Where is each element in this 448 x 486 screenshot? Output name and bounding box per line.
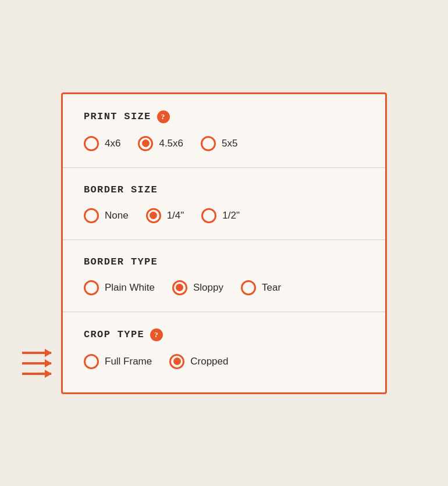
border-type-options: Plain White Sloppy Tear — [84, 280, 364, 295]
border-type-option-plain-white[interactable]: Plain White — [84, 280, 155, 295]
crop-type-option-full-frame[interactable]: Full Frame — [84, 354, 152, 369]
crop-type-label-full-frame: Full Frame — [105, 356, 152, 367]
radio-tear[interactable] — [241, 280, 256, 295]
radio-full-frame[interactable] — [84, 354, 99, 369]
radio-5x5[interactable] — [201, 136, 216, 151]
crop-type-section: CROP TYPE ? Full Frame Cropped — [63, 312, 385, 392]
radio-sloppy[interactable] — [172, 280, 187, 295]
border-type-label-plain-white: Plain White — [105, 282, 155, 294]
crop-type-title: CROP TYPE ? — [84, 328, 364, 341]
print-size-section: PRINT SIZE ? 4x6 4.5x6 5x5 — [63, 94, 385, 168]
border-type-label-tear: Tear — [262, 282, 281, 294]
print-size-title: PRINT SIZE ? — [84, 110, 364, 123]
border-type-label-sloppy: Sloppy — [193, 282, 223, 294]
radio-plain-white[interactable] — [84, 280, 99, 295]
crop-type-options: Full Frame Cropped — [84, 354, 364, 369]
print-size-label-5x5: 5x5 — [222, 138, 237, 149]
print-size-option-5x5[interactable]: 5x5 — [201, 136, 237, 151]
radio-none[interactable] — [84, 208, 99, 223]
crop-type-help-icon[interactable]: ? — [150, 328, 163, 341]
border-size-option-quarter[interactable]: 1/4" — [146, 208, 184, 223]
border-size-title: BORDER SIZE — [84, 184, 364, 195]
print-size-option-4.5x6[interactable]: 4.5x6 — [138, 136, 183, 151]
border-size-label-half: 1/2" — [222, 210, 240, 221]
border-size-label-quarter: 1/4" — [167, 210, 184, 221]
radio-4.5x6[interactable] — [138, 136, 153, 151]
options-card: PRINT SIZE ? 4x6 4.5x6 5x5 BORDER SIZE — [61, 92, 387, 394]
print-size-label: PRINT SIZE — [84, 111, 151, 122]
print-size-help-icon[interactable]: ? — [157, 110, 170, 123]
arrow-shaft-1 — [22, 352, 51, 354]
print-size-label-4.5x6: 4.5x6 — [159, 138, 183, 149]
crop-type-label-cropped: Cropped — [190, 356, 228, 367]
print-size-label-4x6: 4x6 — [105, 138, 120, 149]
arrows-container — [22, 352, 51, 375]
arrow-shaft-3 — [22, 373, 51, 375]
print-size-option-4x6[interactable]: 4x6 — [84, 136, 120, 151]
border-size-option-half[interactable]: 1/2" — [201, 208, 240, 223]
border-size-option-none[interactable]: None — [84, 208, 129, 223]
arrow-2 — [22, 362, 51, 364]
border-size-options: None 1/4" 1/2" — [84, 208, 364, 223]
arrow-shaft-2 — [22, 362, 51, 364]
radio-4x6[interactable] — [84, 136, 99, 151]
radio-half[interactable] — [201, 208, 216, 223]
border-size-section: BORDER SIZE None 1/4" 1/2" — [63, 168, 385, 240]
arrow-1 — [22, 352, 51, 354]
border-type-option-tear[interactable]: Tear — [241, 280, 281, 295]
crop-type-option-cropped[interactable]: Cropped — [169, 354, 228, 369]
radio-cropped[interactable] — [169, 354, 184, 369]
arrow-3 — [22, 373, 51, 375]
radio-quarter[interactable] — [146, 208, 161, 223]
border-type-section: BORDER TYPE Plain White Sloppy Tear — [63, 240, 385, 312]
border-type-option-sloppy[interactable]: Sloppy — [172, 280, 223, 295]
border-type-label: BORDER TYPE — [84, 256, 158, 267]
border-type-title: BORDER TYPE — [84, 256, 364, 267]
crop-type-label: CROP TYPE — [84, 329, 144, 340]
border-size-label-none: None — [105, 210, 129, 221]
print-size-options: 4x6 4.5x6 5x5 — [84, 136, 364, 151]
border-size-label: BORDER SIZE — [84, 184, 158, 195]
